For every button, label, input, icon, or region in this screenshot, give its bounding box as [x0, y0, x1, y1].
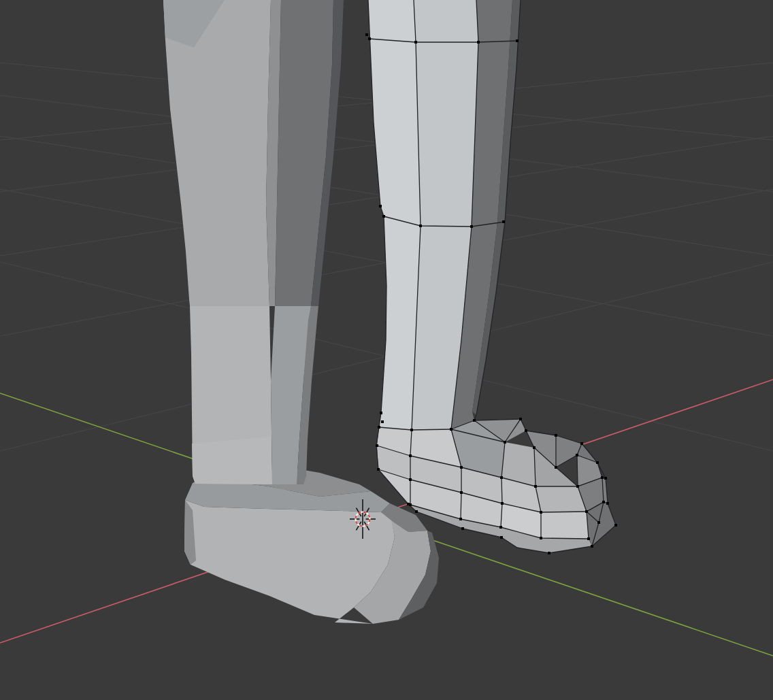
mesh-vertex[interactable] [419, 224, 422, 227]
mesh-vertex[interactable] [499, 526, 502, 529]
left-leg-ankle-face [192, 437, 272, 484]
mesh-vertex[interactable] [477, 41, 480, 44]
mesh-vertex[interactable] [576, 454, 578, 456]
mesh-vertex[interactable] [365, 33, 368, 36]
mesh-vertex[interactable] [606, 502, 609, 505]
mesh-vertex[interactable] [555, 434, 557, 437]
mesh-vertex[interactable] [461, 527, 464, 530]
mesh-vertex[interactable] [555, 466, 557, 469]
mesh-vertex[interactable] [540, 511, 542, 514]
mesh-vertex[interactable] [502, 220, 505, 223]
mesh-vertex[interactable] [604, 477, 607, 480]
mesh-vertex[interactable] [459, 518, 462, 520]
toe-face-6 [541, 512, 589, 539]
mesh-vertex[interactable] [548, 552, 550, 554]
mesh-vertex[interactable] [460, 466, 463, 469]
mesh-vertex[interactable] [591, 545, 593, 548]
mesh-vertex[interactable] [473, 419, 476, 422]
mesh-vertex[interactable] [614, 524, 617, 527]
mesh-vertex[interactable] [379, 205, 382, 207]
mesh-vertex[interactable] [602, 501, 605, 503]
mesh-vertex[interactable] [580, 442, 583, 445]
mesh-vertex[interactable] [576, 485, 579, 488]
mesh-vertex[interactable] [415, 510, 418, 513]
mesh-vertex[interactable] [380, 412, 382, 414]
mesh-vertex[interactable] [534, 485, 537, 488]
mesh-vertex[interactable] [409, 478, 412, 481]
mesh-vertex[interactable] [596, 461, 599, 464]
mesh-vertex[interactable] [382, 215, 385, 218]
mesh-vertex[interactable] [409, 503, 412, 506]
mesh-vertex[interactable] [381, 420, 384, 423]
mesh-vertex[interactable] [533, 446, 536, 449]
blender-3d-viewport[interactable] [0, 0, 773, 700]
mesh-vertex[interactable] [460, 491, 463, 494]
mesh-vertex[interactable] [470, 225, 473, 228]
mesh-vertex[interactable] [540, 537, 542, 539]
mesh-vertex[interactable] [601, 476, 604, 479]
mesh-vertex[interactable] [414, 41, 417, 44]
mesh-vertex[interactable] [410, 429, 413, 431]
mesh-vertex[interactable] [587, 537, 590, 540]
mesh-vertex[interactable] [450, 428, 453, 431]
mesh-vertex[interactable] [504, 441, 506, 444]
mesh-vertex[interactable] [501, 502, 504, 505]
mesh-vertex[interactable] [597, 521, 600, 524]
mesh-vertex[interactable] [378, 426, 380, 429]
mesh-vertex[interactable] [500, 476, 503, 479]
mesh-vertex[interactable] [519, 418, 522, 420]
mesh-vertex[interactable] [585, 510, 588, 513]
blender-window [0, 0, 773, 700]
mesh-vertex[interactable] [377, 468, 380, 471]
mesh-vertex[interactable] [376, 444, 378, 447]
mesh-vertex[interactable] [500, 536, 503, 539]
mesh-vertex[interactable] [368, 37, 371, 40]
mesh-vertex[interactable] [516, 39, 519, 42]
mesh-vertex[interactable] [409, 454, 412, 457]
mesh-vertex[interactable] [525, 429, 527, 432]
